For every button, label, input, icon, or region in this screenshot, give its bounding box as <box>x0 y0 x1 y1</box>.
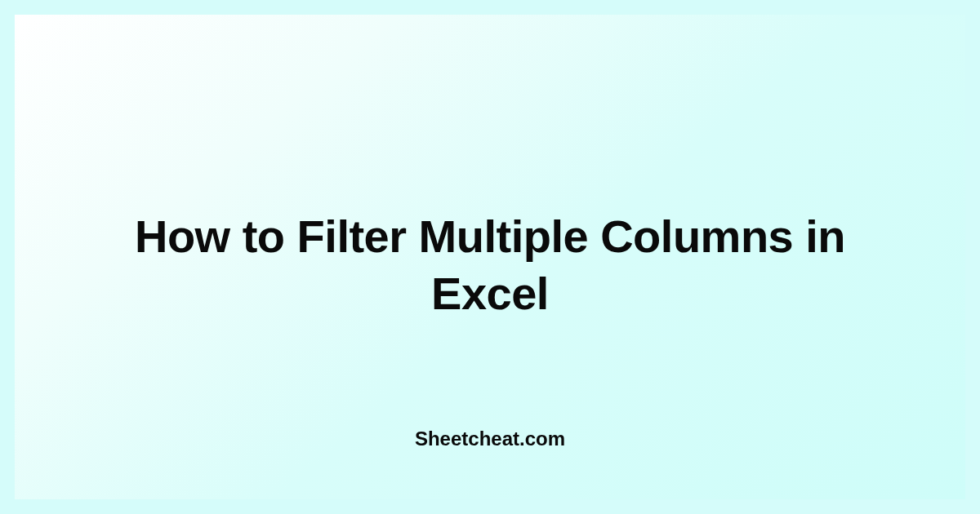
page-title: How to Filter Multiple Columns in Excel <box>122 208 858 322</box>
content-card: How to Filter Multiple Columns in Excel … <box>15 15 965 499</box>
site-name: Sheetcheat.com <box>415 428 565 450</box>
